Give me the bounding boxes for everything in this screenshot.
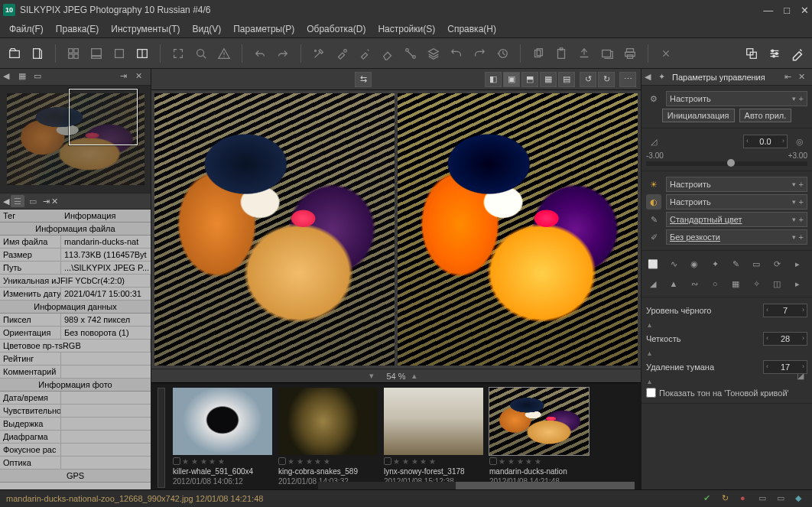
undo-icon[interactable] <box>252 45 268 62</box>
clone-window-icon[interactable] <box>743 45 760 62</box>
thumbnails-grid-icon[interactable] <box>65 45 82 62</box>
crop-path-icon[interactable] <box>402 45 419 62</box>
status-rotate-icon[interactable]: ↻ <box>722 493 732 504</box>
panel-collapse-icon[interactable]: ⇤ <box>784 72 795 83</box>
redo-icon[interactable] <box>274 45 291 62</box>
zoom-out-icon[interactable]: ▾ <box>369 371 380 382</box>
folder-tab-icon[interactable]: ▭ <box>26 195 40 207</box>
tone-combo[interactable]: Настроить▾+ <box>666 194 807 210</box>
black-value[interactable]: 7 <box>763 304 807 317</box>
init-button[interactable]: Инициализация <box>662 109 735 122</box>
thumb-image[interactable] <box>384 388 483 455</box>
status-error-icon[interactable]: ● <box>740 493 751 504</box>
rotate-right-icon[interactable] <box>471 45 488 62</box>
sync-view-icon[interactable]: ⇆ <box>355 72 372 87</box>
color-combo[interactable]: Стандартный цвет▾+ <box>666 212 807 227</box>
preview-after[interactable] <box>398 93 638 366</box>
wb-combo[interactable]: Настроить▾+ <box>666 177 807 192</box>
black-slider[interactable]: ▴ <box>648 320 655 329</box>
export-icon[interactable] <box>576 45 593 62</box>
crop-icon[interactable]: ◫ <box>770 277 784 291</box>
brush-icon[interactable]: ✎ <box>729 257 742 271</box>
hsl-icon[interactable]: ◉ <box>687 257 701 271</box>
panel-prev-icon[interactable]: ◀ <box>645 72 655 83</box>
clarity-value[interactable]: 28 <box>763 332 807 346</box>
wand2-icon[interactable]: ✧ <box>749 277 763 291</box>
dehaze-slider[interactable]: ▴ <box>648 377 655 385</box>
frame-icon[interactable]: ▭ <box>749 257 763 271</box>
menu-edit[interactable]: Правка(E) <box>51 22 104 36</box>
collapse-icon-2[interactable]: ⇥ <box>43 197 50 206</box>
zoom-tool-icon[interactable] <box>193 45 209 62</box>
spotting-brush-icon[interactable] <box>333 45 350 62</box>
batch-develop-icon[interactable] <box>599 45 615 62</box>
close-button[interactable]: ✕ <box>801 5 809 16</box>
menu-process[interactable]: Обработка(D) <box>302 22 370 36</box>
menu-settings[interactable]: Настройки(S) <box>373 22 440 36</box>
paste-settings-icon[interactable] <box>553 45 570 62</box>
exposure-icon[interactable]: ◿ <box>646 134 661 149</box>
info-tab-icon[interactable]: ☰ <box>11 195 24 207</box>
collapse-icon[interactable]: ⇥ <box>120 71 132 83</box>
history-icon[interactable] <box>494 45 511 62</box>
gradient-icon[interactable]: ◢ <box>646 277 660 291</box>
thumb-image[interactable] <box>278 388 378 455</box>
color-brush-icon[interactable]: ✎ <box>646 212 661 227</box>
histogram-icon[interactable]: ⬜ <box>646 257 660 271</box>
left-prev-icon[interactable]: ◀ <box>3 197 9 206</box>
maximize-button[interactable]: □ <box>784 5 790 16</box>
grid2-icon[interactable]: ▦ <box>729 277 742 291</box>
panel-close-icon[interactable]: ✕ <box>798 72 809 83</box>
dehaze-value[interactable]: 17 <box>763 360 807 374</box>
menu-params[interactable]: Параметры(P) <box>229 22 299 36</box>
auto-adjust-icon[interactable] <box>310 45 327 62</box>
nav-prev-icon[interactable]: ◀ <box>3 71 15 83</box>
develop-icon[interactable] <box>658 45 674 62</box>
clarity-slider[interactable]: ▴ <box>648 349 655 357</box>
menu-file[interactable]: Файл(F) <box>5 22 48 36</box>
minimize-button[interactable]: — <box>763 5 773 16</box>
menu-view[interactable]: Вид(V) <box>188 22 226 36</box>
copy-settings-icon[interactable] <box>530 45 547 62</box>
sun-icon[interactable]: ☀ <box>646 177 661 192</box>
rotate-ccw-icon[interactable]: ↺ <box>580 72 596 87</box>
fish-icon[interactable]: ∾ <box>687 277 701 291</box>
target-icon[interactable]: ◎ <box>792 134 807 149</box>
eyedropper-brush-icon[interactable] <box>789 45 806 62</box>
preview-more-icon[interactable]: ⋯ <box>619 72 636 87</box>
show-tone-checkbox[interactable] <box>646 388 656 398</box>
settings-sliders-icon[interactable] <box>766 45 783 62</box>
preset-combo[interactable]: Настроить▾+ <box>666 91 807 106</box>
rotate-cw-icon[interactable]: ↻ <box>598 72 615 87</box>
exposure-slider[interactable] <box>646 161 807 166</box>
circle-icon[interactable]: ○ <box>708 277 722 291</box>
combination-view-icon[interactable] <box>88 45 105 62</box>
rotate-icon[interactable]: ⟳ <box>770 257 784 271</box>
menu-tools[interactable]: Инструменты(T) <box>106 22 184 36</box>
status-ok-icon[interactable]: ✔ <box>703 493 714 504</box>
filmstrip-vscroll[interactable] <box>158 388 165 488</box>
more-icon[interactable]: ▸ <box>791 257 804 271</box>
rotate-left-icon[interactable] <box>448 45 465 62</box>
single-preview-icon[interactable] <box>111 45 128 62</box>
auto-button[interactable]: Авто прил. <box>739 109 792 122</box>
navigator-viewport[interactable] <box>69 89 138 145</box>
gear-icon[interactable]: ⚙ <box>646 91 661 106</box>
thumb-item[interactable]: ★ ★ ★ ★ ★ king-cobra-snakes_589 2012/01/… <box>278 388 378 488</box>
preview-area[interactable] <box>151 90 641 369</box>
compare-split-icon[interactable]: ▣ <box>503 72 520 87</box>
contrast-icon[interactable]: ◐ <box>646 194 661 210</box>
thumb-image[interactable] <box>489 388 589 455</box>
curve-icon[interactable]: ∿ <box>667 257 680 271</box>
zoom-in-icon[interactable]: ▴ <box>412 371 423 382</box>
fit-screen-icon[interactable] <box>170 45 187 62</box>
filmstrip-hscroll[interactable] <box>318 482 635 489</box>
thumb-item[interactable]: ★ ★ ★ ★ ★ mandarin-ducks-nation 2012/01/… <box>489 388 589 488</box>
print-icon[interactable] <box>622 45 638 62</box>
open-file-icon[interactable] <box>29 45 46 62</box>
status-page-icon[interactable]: ▭ <box>777 493 788 504</box>
navigator[interactable] <box>0 86 151 193</box>
eraser-icon[interactable] <box>379 45 396 62</box>
status-rect-icon[interactable]: ▭ <box>758 493 769 504</box>
panel-close-icon[interactable]: ✕ <box>135 71 148 83</box>
